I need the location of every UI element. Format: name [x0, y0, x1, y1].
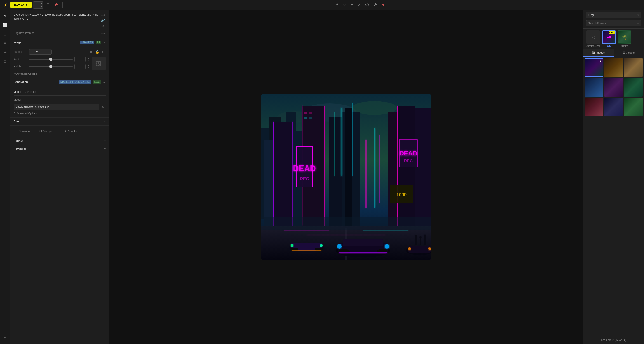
search-boards-input[interactable]: [588, 22, 636, 25]
board-thumb-nature[interactable]: 🌴 Nature: [618, 30, 631, 47]
grid-image-1[interactable]: ★: [584, 58, 603, 77]
invoke-button[interactable]: Invoke ✦: [10, 2, 32, 8]
magic-prompt-btn[interactable]: ⊕: [100, 24, 106, 28]
svg-rect-69: [420, 238, 422, 245]
advanced-section-header[interactable]: Advanced ▾: [10, 145, 109, 153]
board-selector[interactable]: City ▾: [586, 12, 641, 18]
controlnet-btn[interactable]: + ControlNet: [14, 128, 34, 134]
grid-image-4[interactable]: [584, 78, 603, 97]
grid-image-9[interactable]: [624, 98, 643, 116]
link-prompt-btn[interactable]: 🔗: [100, 18, 106, 23]
svg-rect-41: [352, 103, 353, 176]
svg-rect-62: [340, 252, 387, 253]
height-slider[interactable]: [29, 66, 72, 67]
grid-image-8[interactable]: [604, 98, 623, 116]
left-icon-strip: A ⬜ ⊞ ≡ ◈ ◻ ⚙: [0, 10, 10, 344]
delete-button[interactable]: 🗑: [53, 2, 60, 8]
strip-icon-send[interactable]: ◈: [1, 48, 9, 56]
strip-icon-layers[interactable]: ≡: [1, 39, 9, 47]
strip-icon-image[interactable]: ⬜: [1, 21, 9, 29]
tab-concepts[interactable]: Concepts: [25, 89, 36, 95]
list-view-button[interactable]: ☰: [45, 2, 52, 8]
image-settings: Aspect 1:1 ▾ ⇄ 🔒 ⊕ Width: [10, 46, 109, 78]
ip-adapter-btn[interactable]: + IP Adapter: [36, 128, 56, 134]
lock-icon[interactable]: 🔒: [94, 50, 100, 54]
grid-image-5[interactable]: [604, 78, 623, 97]
height-down[interactable]: ▼: [88, 67, 89, 68]
width-slider[interactable]: [29, 59, 72, 60]
height-value-input[interactable]: 1024: [74, 64, 86, 69]
add-size-icon[interactable]: ⊕: [101, 50, 106, 54]
swap-icon[interactable]: ⇄: [89, 50, 94, 54]
count-up[interactable]: ▲: [40, 2, 43, 5]
control-section-header[interactable]: Control ▲: [10, 118, 109, 126]
strip-icon-box[interactable]: ◻: [1, 57, 9, 65]
count-field[interactable]: 1: [33, 4, 40, 7]
svg-rect-73: [366, 140, 366, 208]
grid-image-6[interactable]: [624, 78, 643, 97]
expand-button[interactable]: ⤢: [356, 2, 362, 8]
strip-icon-grid[interactable]: ⊞: [1, 30, 9, 38]
image-preview-box: 🖼: [92, 57, 106, 70]
model-select[interactable]: stable-diffusion-xl-base-1-0: [14, 104, 99, 110]
strip-icon-text[interactable]: A: [1, 12, 9, 20]
tab-assets[interactable]: ☰ Assets: [614, 49, 644, 57]
expand-negative-btn[interactable]: ⟺: [100, 31, 106, 35]
control-chevron-icon: ▲: [103, 120, 106, 123]
width-value-input[interactable]: 1024: [74, 57, 86, 62]
svg-rect-74: [374, 128, 375, 208]
tab-model[interactable]: Model: [14, 89, 21, 95]
board-thumb-city[interactable]: AUTO 🏙 City: [602, 30, 616, 47]
svg-rect-54: [292, 250, 321, 251]
nature-label: Nature: [621, 45, 628, 47]
advanced-section-title: Advanced: [14, 147, 26, 150]
code-button[interactable]: </>: [363, 2, 372, 8]
generation-chevron-icon: ▲: [103, 81, 106, 84]
svg-text:REC: REC: [300, 176, 309, 181]
back-button[interactable]: ⬅: [328, 2, 334, 8]
tab-images[interactable]: 🖼 Images: [583, 49, 614, 57]
refiner-section-header[interactable]: Refiner ▾: [10, 137, 109, 145]
svg-rect-46: [363, 230, 408, 231]
width-down[interactable]: ▼: [88, 59, 89, 61]
negative-prompt-input[interactable]: [14, 32, 100, 35]
grid-image-2[interactable]: [604, 58, 623, 77]
board-thumbnails: ◎ Uncategorized AUTO 🏙 City 🌴 Nature: [583, 29, 644, 49]
ratio-badge: 1:1: [96, 41, 102, 44]
svg-point-53: [320, 244, 323, 247]
trash-button[interactable]: 🗑: [380, 2, 387, 8]
model-refresh-btn[interactable]: ↻: [101, 104, 106, 110]
aspect-chevron-icon: ▾: [36, 50, 38, 53]
strip-icon-settings[interactable]: ⚙: [1, 334, 9, 342]
more-button[interactable]: ···: [320, 2, 327, 8]
branch-button[interactable]: ⌥: [340, 2, 348, 8]
svg-rect-42: [334, 112, 335, 176]
load-more-btn[interactable]: Load More (14 of 14): [583, 336, 644, 344]
width-label: Width: [14, 58, 27, 61]
search-boards-box: +: [586, 20, 641, 27]
svg-rect-75: [379, 135, 380, 203]
grid-image-7[interactable]: [584, 98, 603, 116]
add-board-btn[interactable]: +: [637, 21, 639, 25]
advanced-options-link[interactable]: ⟳ Advanced Options: [14, 72, 106, 75]
timer-button[interactable]: ⏱: [372, 2, 379, 8]
generation-section-header[interactable]: Generation STABLE-DIFFUSION-XL-B... SDXL…: [10, 78, 109, 86]
aspect-row: Aspect 1:1 ▾ ⇄ 🔒 ⊕: [14, 49, 106, 55]
image-section-header[interactable]: Image 1024×1024 1:1 ▲: [10, 38, 109, 46]
generation-advanced-link[interactable]: ⟳ Advanced Options: [14, 112, 106, 115]
invoke-count-input[interactable]: 1 ▲ ▼: [33, 1, 44, 9]
assets-tab-icon: ☰: [623, 51, 626, 54]
grid-image-3[interactable]: [624, 58, 643, 77]
control-buttons: + ControlNet + IP Adapter + T2I Adapter: [14, 128, 106, 134]
board-thumb-uncategorized[interactable]: ◎ Uncategorized: [586, 30, 600, 47]
t2i-adapter-btn[interactable]: + T2I Adapter: [58, 128, 80, 134]
expand-prompt-btn[interactable]: ⟺: [100, 13, 106, 17]
aspect-icon-btns: ⇄ 🔒 ⊕: [89, 50, 106, 54]
svg-point-52: [290, 244, 293, 247]
count-down[interactable]: ▼: [40, 5, 43, 8]
negative-prompt-row: ⟺: [14, 31, 106, 35]
svg-rect-20: [304, 112, 307, 114]
aspect-select[interactable]: 1:1 ▾: [29, 49, 52, 55]
quote-button[interactable]: ❝: [334, 2, 340, 8]
asterisk-button[interactable]: ✱: [349, 2, 355, 8]
